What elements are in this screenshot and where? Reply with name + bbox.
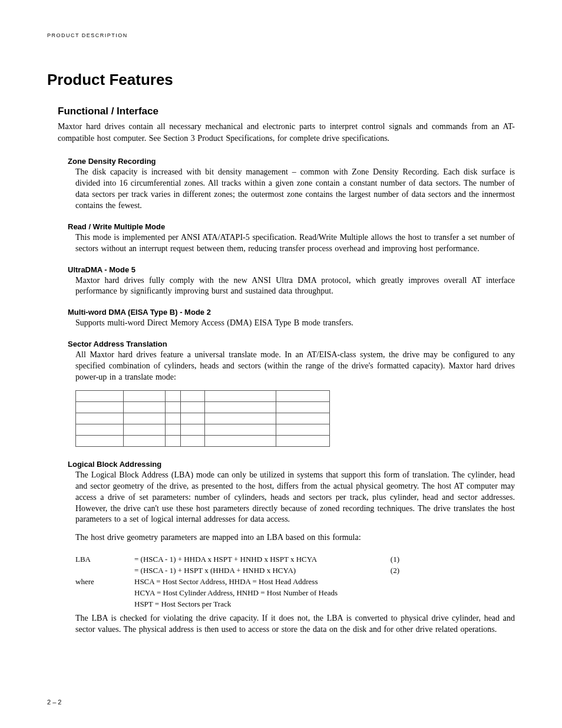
sub-heading-ultradma: UltraDMA - Mode 5 [68, 265, 515, 274]
formula-eqnum: (2) [376, 565, 399, 577]
sub-heading-lba: Logical Block Addressing [68, 460, 515, 469]
body-text: The LBA is checked for violating the dri… [75, 613, 515, 635]
table-cell [181, 424, 205, 435]
table-cell [276, 401, 330, 413]
body-text: The host drive geometry parameters are m… [75, 532, 515, 543]
table-cell [124, 413, 166, 424]
table-cell [76, 435, 124, 446]
table-cell [166, 401, 181, 413]
formula-label [75, 565, 134, 577]
body-text: Supports multi-word Direct Memory Access… [75, 318, 515, 329]
table-cell [166, 413, 181, 424]
page-number: 2 – 2 [47, 699, 61, 706]
table-cell [124, 390, 166, 401]
formula-expr: HCYA = Host Cylinder Address, HNHD = Hos… [134, 588, 376, 599]
page-header-label: PRODUCT DESCRIPTION [47, 32, 515, 38]
table-cell [76, 413, 124, 424]
formula-eqnum [376, 577, 399, 588]
formula-expr: = (HSCA - 1) + HHDA x HSPT + HNHD x HSPT… [134, 554, 376, 565]
table-cell [76, 424, 124, 435]
table-cell [124, 401, 166, 413]
table-cell [276, 435, 330, 446]
formula-eqnum: (1) [376, 554, 399, 565]
table-cell [205, 413, 276, 424]
table-cell [124, 424, 166, 435]
lba-formula: LBA = (HSCA - 1) + HHDA x HSPT + HNHD x … [75, 554, 515, 610]
table-cell [124, 435, 166, 446]
formula-expr: HSCA = Host Sector Address, HHDA = Host … [134, 577, 376, 588]
body-text: The disk capacity is increased with bit … [75, 167, 515, 212]
table-cell [181, 435, 205, 446]
formula-expr: = (HSCA - 1) + HSPT x (HHDA + HNHD x HCY… [134, 565, 376, 577]
sub-heading-sector-translation: Sector Address Translation [68, 340, 515, 348]
table-cell [276, 424, 330, 435]
table-cell [181, 390, 205, 401]
table-cell [205, 390, 276, 401]
sub-heading-zone-density: Zone Density Recording [68, 157, 515, 166]
formula-label: LBA [75, 554, 134, 565]
blank-table [75, 390, 330, 447]
table-cell [76, 390, 124, 401]
formula-label [75, 588, 134, 599]
sub-heading-rw-multiple: Read / Write Multiple Mode [68, 222, 515, 231]
sub-heading-multiword-dma: Multi-word DMA (EISA Type B) - Mode 2 [68, 308, 515, 317]
body-text: The Logical Block Address (LBA) mode can… [75, 470, 515, 525]
table-cell [276, 390, 330, 401]
page-title: Product Features [47, 71, 515, 89]
body-text: Maxtor hard drives fully comply with the… [75, 275, 515, 298]
section-heading-functional: Functional / Interface [58, 106, 515, 117]
body-text: This mode is implemented per ANSI ATA/AT… [75, 232, 515, 255]
table-cell [205, 401, 276, 413]
table-cell [276, 413, 330, 424]
table-cell [181, 413, 205, 424]
formula-label: where [75, 577, 134, 588]
document-page: PRODUCT DESCRIPTION Product Features Fun… [0, 0, 562, 728]
body-text: All Maxtor hard drives feature a univers… [75, 350, 515, 383]
table-cell [181, 401, 205, 413]
formula-expr: HSPT = Host Sectors per Track [134, 599, 376, 610]
table-cell [166, 390, 181, 401]
table-cell [205, 435, 276, 446]
intro-paragraph: Maxtor hard drives contain all necessary… [58, 121, 515, 144]
table-cell [166, 435, 181, 446]
table-cell [166, 424, 181, 435]
table-cell [205, 424, 276, 435]
formula-label [75, 599, 134, 610]
table-cell [76, 401, 124, 413]
